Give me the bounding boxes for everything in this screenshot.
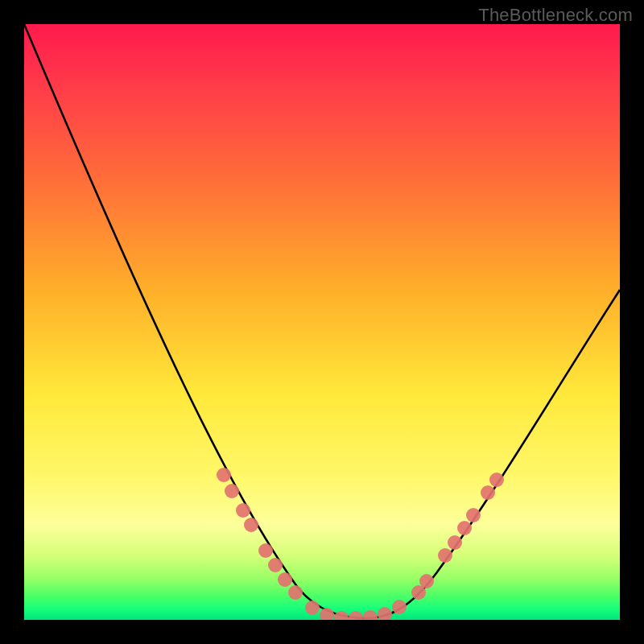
dots-left-group <box>217 468 303 600</box>
dot-right-3 <box>448 535 462 550</box>
dot-left-7 <box>288 585 303 600</box>
dot-bottom-1 <box>320 608 334 620</box>
dots-right-group <box>411 473 504 600</box>
dots-bottom-group <box>305 600 407 620</box>
dot-bottom-6 <box>392 600 407 614</box>
dot-left-4 <box>258 543 273 558</box>
dot-right-4 <box>457 521 472 535</box>
dot-left-3 <box>244 518 258 532</box>
dot-left-1 <box>225 484 239 498</box>
dot-bottom-5 <box>378 607 392 620</box>
dot-right-2 <box>438 548 452 563</box>
chart-stage: TheBottleneck.com <box>0 0 644 644</box>
dot-right-7 <box>489 473 504 487</box>
dot-right-5 <box>466 508 481 522</box>
watermark-text: TheBottleneck.com <box>478 5 633 26</box>
dot-bottom-3 <box>349 611 363 620</box>
dot-bottom-0 <box>305 601 320 615</box>
dot-right-6 <box>481 485 495 500</box>
curve-svg <box>24 24 620 620</box>
dot-left-6 <box>278 572 292 587</box>
bottleneck-curve <box>24 24 620 618</box>
dot-left-2 <box>236 503 250 518</box>
dot-left-0 <box>217 468 231 482</box>
plot-area <box>24 24 620 620</box>
dot-right-1 <box>419 574 434 588</box>
dot-bottom-2 <box>334 611 349 620</box>
dot-left-5 <box>268 558 283 572</box>
dot-bottom-4 <box>363 610 378 620</box>
